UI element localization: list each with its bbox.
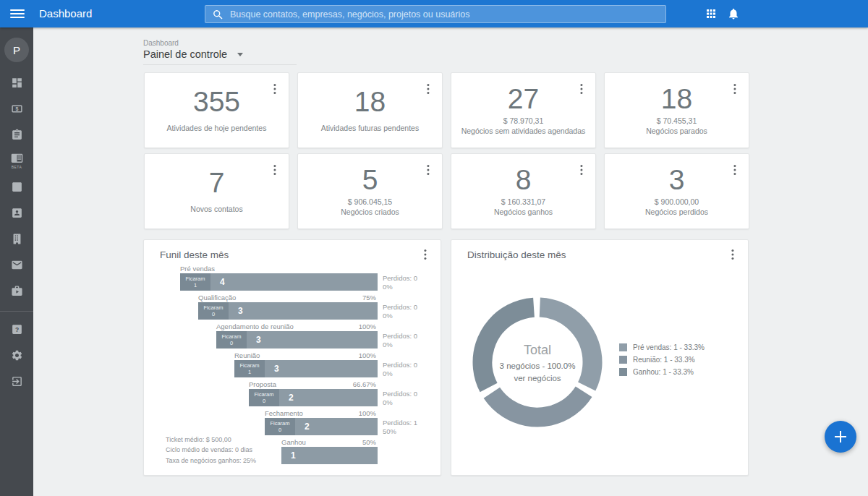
tasks-icon[interactable] bbox=[0, 121, 33, 147]
view-deals-link[interactable]: ver negócios bbox=[514, 374, 561, 382]
card-menu-icon[interactable] bbox=[728, 82, 741, 96]
svg-text:$: $ bbox=[15, 106, 18, 111]
donut-subtitle: 3 negócios - 100.0% bbox=[500, 362, 576, 370]
stat-label: Atividades de hoje pendentes bbox=[167, 124, 267, 134]
funnel-bar[interactable]: Ficaram02 bbox=[265, 418, 378, 435]
funnel-stage: Reunião100%Ficaram13Perdidos: 00% bbox=[158, 351, 427, 380]
stat-value: 7 bbox=[209, 168, 225, 198]
app-title: Dashboard bbox=[39, 0, 92, 27]
funnel-perdidos: Perdidos: 00% bbox=[383, 390, 427, 407]
stat-card: 3$ 900.000,00Negócios perdidos bbox=[604, 153, 749, 229]
legend-item: Ganhou: 1 - 33.3% bbox=[619, 368, 705, 376]
stat-card: 7Novos contatos bbox=[144, 153, 289, 229]
dashboard-icon[interactable] bbox=[0, 69, 33, 95]
card-menu-icon[interactable] bbox=[575, 163, 588, 177]
stat-money: $ 160.331,07 bbox=[501, 197, 545, 206]
funnel-stage: Fechamento100%Ficaram02Perdidos: 150% bbox=[158, 409, 427, 437]
funnel-perdidos: Perdidos: 150% bbox=[383, 419, 427, 436]
sidebar-bottom-nav: ? bbox=[0, 316, 33, 394]
funnel-stage-label: Proposta bbox=[249, 380, 276, 388]
funnel-perdidos: Perdidos: 00% bbox=[383, 303, 427, 320]
stat-label: Negócios sem atividades agendadas bbox=[461, 127, 586, 137]
card-menu-icon[interactable] bbox=[268, 82, 281, 96]
card-menu-icon[interactable] bbox=[728, 163, 741, 177]
funnel-card: Funil deste mês Pré vendasFicaram14Perdi… bbox=[143, 239, 441, 476]
funnel-bar-value: 3 bbox=[256, 335, 261, 345]
funnel-stage-label: Fechamento bbox=[265, 409, 303, 417]
svg-text:?: ? bbox=[14, 325, 18, 333]
logout-icon[interactable] bbox=[0, 368, 33, 394]
funnel-footer-line: Ciclo médio de vendas: 0 dias bbox=[166, 445, 256, 455]
funnel-ficaram: Ficaram1 bbox=[234, 360, 265, 377]
stat-card: 18Atividades futuras pendentes bbox=[297, 72, 443, 148]
donut-legend: Pré vendas: 1 - 33.3%Reunião: 1 - 33.3%G… bbox=[619, 343, 705, 380]
breadcrumb: Dashboard bbox=[143, 39, 179, 47]
app: Dashboard P $BETA ? Dashboard Painel de … bbox=[0, 0, 868, 496]
funnel-ficaram: Ficaram0 bbox=[198, 302, 229, 320]
funnel-bar[interactable]: Ficaram03 bbox=[216, 331, 378, 349]
search-icon bbox=[212, 9, 224, 21]
stat-label: Negócios parados bbox=[646, 127, 707, 137]
add-button[interactable] bbox=[825, 421, 856, 453]
legend-label: Pré vendas: 1 - 33.3% bbox=[633, 343, 705, 351]
avatar[interactable]: P bbox=[4, 38, 29, 62]
apps-icon[interactable] bbox=[703, 7, 719, 22]
billing-icon[interactable]: $ bbox=[0, 95, 33, 121]
funnel-bar[interactable]: Ficaram13 bbox=[234, 360, 378, 377]
funnel-stage: Pré vendasFicaram14Perdidos: 00% bbox=[158, 264, 427, 293]
card-menu-icon[interactable] bbox=[422, 82, 435, 96]
automations-icon[interactable] bbox=[0, 278, 33, 304]
stat-card: 18$ 70.455,31Negócios parados bbox=[604, 72, 749, 148]
funnel-menu-button[interactable] bbox=[419, 247, 432, 262]
menu-icon[interactable] bbox=[10, 7, 25, 20]
sidebar: P $BETA ? bbox=[0, 27, 33, 496]
funnel-ficaram: Ficaram0 bbox=[265, 418, 295, 435]
legend-swatch-icon bbox=[619, 368, 627, 376]
funnel-conversion-pct: 100% bbox=[359, 351, 376, 359]
donut-center: Total 3 negócios - 100.0% ver negócios bbox=[469, 294, 606, 431]
help-icon[interactable]: ? bbox=[0, 316, 33, 342]
distribution-menu-button[interactable] bbox=[726, 247, 739, 262]
funnel-stage: Proposta66.67%Ficaram02Perdidos: 00% bbox=[158, 380, 427, 409]
funnel-bar[interactable]: Ficaram02 bbox=[249, 389, 378, 406]
selected-view-label: Painel de controle bbox=[143, 48, 227, 60]
settings-icon[interactable] bbox=[0, 342, 33, 368]
dashboard-view-selector[interactable]: Painel de controle bbox=[143, 48, 297, 65]
reports-icon[interactable] bbox=[0, 174, 33, 200]
funnel-ficaram: Ficaram0 bbox=[216, 331, 247, 349]
funnel-stage-label: Agendamento de reunião bbox=[216, 322, 294, 330]
funnel-footer-line: Ticket médio: $ 500,00 bbox=[166, 435, 256, 445]
companies-icon[interactable] bbox=[0, 226, 33, 252]
stat-value: 355 bbox=[193, 87, 240, 117]
search-input[interactable] bbox=[230, 6, 660, 22]
stat-card: 27$ 78.970,31Negócios sem atividades age… bbox=[451, 72, 596, 148]
card-menu-icon[interactable] bbox=[422, 163, 435, 177]
stat-money: $ 906.045,15 bbox=[348, 197, 392, 206]
stat-money: $ 900.000,00 bbox=[655, 197, 699, 206]
funnel-stage: Agendamento de reunião100%Ficaram03Perdi… bbox=[158, 322, 427, 351]
funnel-bar[interactable]: 1 bbox=[281, 447, 378, 464]
stat-money: $ 78.970,31 bbox=[503, 116, 543, 125]
funnel-footer: Ticket médio: $ 500,00Ciclo médio de ven… bbox=[166, 435, 256, 466]
stat-card: 8$ 160.331,07Negócios ganhos bbox=[451, 153, 596, 229]
card-menu-icon[interactable] bbox=[268, 163, 281, 177]
funnel-bar-value: 2 bbox=[305, 422, 310, 432]
notifications-icon[interactable] bbox=[726, 7, 741, 22]
mail-icon[interactable] bbox=[0, 252, 33, 278]
donut-total-label: Total bbox=[524, 343, 551, 358]
contacts-icon[interactable] bbox=[0, 200, 33, 226]
global-search bbox=[205, 5, 666, 23]
card-menu-icon[interactable] bbox=[575, 82, 588, 96]
funnel-stage-label: Pré vendas bbox=[180, 265, 215, 273]
funnel-bar[interactable]: Ficaram14 bbox=[180, 273, 378, 291]
legend-swatch-icon bbox=[619, 356, 627, 364]
funnel-stage: Qualificação75%Ficaram03Perdidos: 00% bbox=[158, 293, 427, 322]
stat-value: 5 bbox=[362, 166, 378, 195]
pipeline-icon[interactable]: BETA bbox=[0, 147, 33, 174]
funnel-conversion-pct: 100% bbox=[359, 322, 376, 330]
funnel-bar[interactable]: Ficaram03 bbox=[198, 302, 378, 320]
stat-card: 5$ 906.045,15Negócios criados bbox=[297, 153, 443, 229]
funnel-conversion-pct: 75% bbox=[362, 294, 376, 302]
legend-item: Reunião: 1 - 33.3% bbox=[619, 356, 705, 364]
funnel-perdidos: Perdidos: 00% bbox=[383, 274, 427, 291]
